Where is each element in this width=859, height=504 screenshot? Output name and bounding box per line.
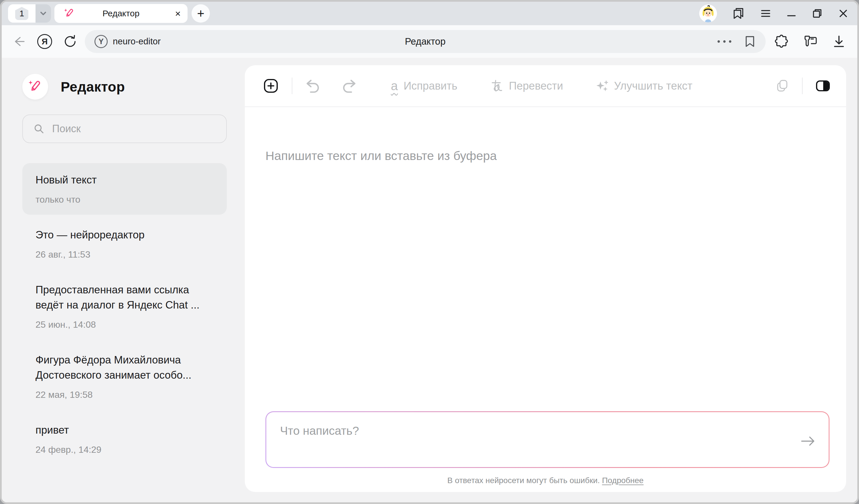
doc-title: привет bbox=[35, 423, 214, 438]
list-item-new-text[interactable]: Новый текст только что bbox=[22, 163, 227, 215]
new-document-button[interactable] bbox=[262, 78, 279, 94]
list-item[interactable]: Предоставленная вами ссылка ведёт на диа… bbox=[22, 273, 227, 340]
send-arrow-icon[interactable] bbox=[800, 435, 816, 447]
doc-title: Это — нейроредактор bbox=[35, 227, 214, 242]
tab-title: Редактор bbox=[103, 9, 139, 18]
tab-counter-shield: 1 bbox=[15, 7, 28, 20]
search-icon bbox=[33, 123, 45, 135]
minimize-icon[interactable] bbox=[786, 8, 797, 19]
list-item[interactable]: Это — нейроредактор 26 авг., 11:53 bbox=[22, 218, 227, 270]
prompt-input[interactable] bbox=[266, 412, 829, 467]
fix-text-button[interactable]: а Исправить bbox=[391, 79, 457, 92]
site-badge-icon: Y bbox=[94, 35, 108, 48]
search-box[interactable] bbox=[22, 114, 227, 143]
yandex-icon[interactable]: Я bbox=[37, 34, 52, 49]
editor-placeholder: Напишите текст или вставьте из буфера bbox=[266, 149, 826, 163]
close-icon[interactable] bbox=[838, 8, 849, 19]
restore-icon[interactable] bbox=[812, 8, 823, 19]
copy-icon[interactable] bbox=[775, 79, 789, 93]
tab-counter-button[interactable]: 1 bbox=[8, 4, 35, 22]
tab-counter-value: 1 bbox=[19, 9, 24, 18]
magic-pencil-icon bbox=[63, 8, 75, 19]
translate-button[interactable]: Перевести bbox=[489, 79, 563, 93]
improve-text-label: Улучшить текст bbox=[614, 80, 693, 92]
editor-card: а Исправить Перевести bbox=[245, 65, 846, 492]
undo-button[interactable] bbox=[305, 78, 320, 94]
sidebar: Редактор Новый текст только что Это — не… bbox=[2, 58, 228, 502]
tab-counter-control: 1 bbox=[8, 4, 51, 22]
menu-icon[interactable] bbox=[760, 8, 771, 19]
address-bar-actions bbox=[717, 35, 756, 48]
back-icon[interactable] bbox=[12, 34, 26, 49]
doc-title: Предоставленная вами ссылка ведёт на диа… bbox=[35, 282, 214, 312]
doc-title: Фигура Фёдора Михайловича Достоевского з… bbox=[35, 352, 214, 383]
editor-toolbar: а Исправить Перевести bbox=[245, 65, 846, 107]
passwords-key-icon[interactable] bbox=[803, 34, 818, 49]
address-bar[interactable]: Y neuro-editor Редактор bbox=[85, 30, 766, 53]
tab-bar: 1 Редактор × + bbox=[2, 2, 857, 25]
extensions-puzzle-icon[interactable] bbox=[774, 34, 788, 49]
doc-title: Новый текст bbox=[35, 172, 214, 187]
sparkles-icon bbox=[595, 79, 608, 92]
fix-text-label: Исправить bbox=[404, 80, 457, 92]
prompt-area bbox=[245, 411, 846, 468]
app-page: Редактор Новый текст только что Это — не… bbox=[2, 58, 857, 502]
address-row: Я Y neuro-editor Редактор bbox=[2, 25, 857, 58]
prompt-box bbox=[266, 411, 829, 468]
magic-pencil-icon bbox=[28, 79, 43, 94]
spellcheck-icon: а bbox=[391, 79, 398, 92]
search-input[interactable] bbox=[52, 123, 216, 135]
new-tab-button[interactable]: + bbox=[192, 4, 210, 22]
toolbar-divider bbox=[802, 78, 803, 94]
chevron-down-icon bbox=[39, 9, 48, 18]
browser-actions bbox=[774, 34, 846, 49]
doc-meta: 24 февр., 14:29 bbox=[35, 444, 214, 455]
url-text: neuro-editor bbox=[113, 36, 161, 47]
redo-button[interactable] bbox=[342, 78, 357, 94]
bookmark-icon[interactable] bbox=[744, 35, 756, 48]
details-link[interactable]: Подробнее bbox=[602, 476, 643, 485]
reload-icon[interactable] bbox=[63, 34, 77, 49]
browser-window: 1 Редактор × + bbox=[0, 0, 859, 504]
avatar[interactable] bbox=[699, 4, 717, 22]
disclaimer-text: В ответах нейросети могут быть ошибки. bbox=[447, 476, 602, 485]
tab-close-icon[interactable]: × bbox=[175, 9, 181, 18]
tab-list-dropdown[interactable] bbox=[35, 4, 51, 22]
doc-meta: 25 июн., 14:08 bbox=[35, 319, 214, 330]
panel-toggle-icon[interactable] bbox=[815, 79, 831, 92]
list-item[interactable]: привет 24 февр., 14:29 bbox=[22, 413, 227, 465]
page-title: Редактор bbox=[405, 36, 446, 47]
download-icon[interactable] bbox=[832, 34, 846, 49]
list-item[interactable]: Фигура Фёдора Михайловича Достоевского з… bbox=[22, 343, 227, 410]
app-logo-row: Редактор bbox=[22, 74, 227, 100]
document-list: Новый текст только что Это — нейроредакт… bbox=[22, 163, 227, 465]
translate-icon bbox=[489, 79, 503, 93]
improve-text-button[interactable]: Улучшить текст bbox=[595, 79, 693, 92]
doc-meta: 26 авг., 11:53 bbox=[35, 249, 214, 260]
doc-meta: 22 мая, 19:58 bbox=[35, 390, 214, 400]
app-title: Редактор bbox=[61, 79, 125, 95]
app-logo bbox=[22, 74, 48, 100]
ai-disclaimer: В ответах нейросети могут быть ошибки. П… bbox=[245, 468, 846, 492]
browser-tab-editor[interactable]: Редактор × bbox=[55, 4, 187, 23]
more-icon[interactable] bbox=[717, 39, 733, 44]
translate-label: Перевести bbox=[509, 80, 563, 92]
window-controls bbox=[699, 4, 849, 22]
main-area: а Исправить Перевести bbox=[228, 58, 857, 502]
doc-meta: только что bbox=[35, 194, 214, 205]
toolbar-divider bbox=[292, 78, 292, 94]
editor-surface[interactable]: Напишите текст или вставьте из буфера bbox=[245, 107, 846, 411]
bookmarks-panel-icon[interactable] bbox=[732, 7, 745, 20]
